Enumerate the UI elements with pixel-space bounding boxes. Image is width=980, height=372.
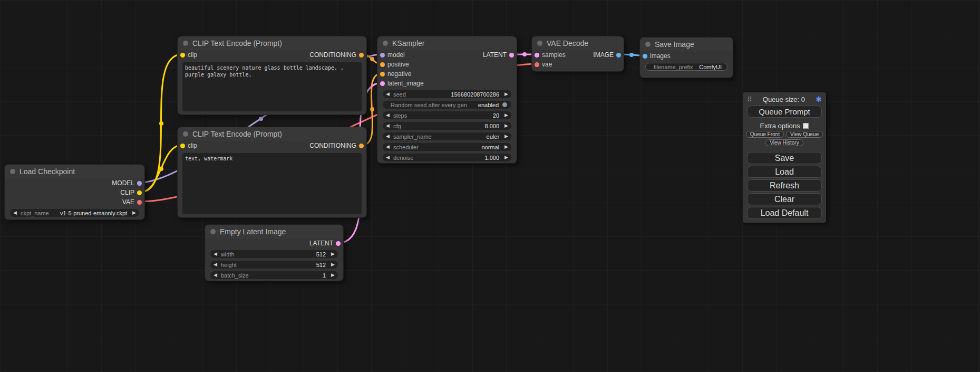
widget-sampler-name[interactable]: ◀ sampler_name euler ▶: [383, 132, 511, 140]
widget-denoise[interactable]: ◀ denoise 1.000 ▶: [383, 154, 511, 161]
widget-width[interactable]: ◀ width 512 ▶: [210, 250, 338, 258]
node-vae-decode[interactable]: VAE Decode samples IMAGE vae: [531, 36, 624, 72]
link-midpoint-dot[interactable]: [370, 57, 374, 61]
node-title-bar[interactable]: Load Checkpoint: [5, 165, 144, 178]
clip-output-port[interactable]: [137, 190, 142, 195]
collapse-dot-icon[interactable]: [645, 42, 651, 47]
link-midpoint-dot[interactable]: [159, 121, 163, 126]
vae-output-port[interactable]: [137, 200, 142, 205]
conditioning-output-port[interactable]: [359, 144, 364, 148]
node-title-bar[interactable]: CLIP Text Encode (Prompt): [178, 36, 366, 50]
arrow-left-icon[interactable]: ◀: [386, 134, 390, 139]
node-title-bar[interactable]: VAE Decode: [532, 36, 624, 50]
arrow-right-icon[interactable]: ▶: [504, 113, 508, 118]
vae-input-port[interactable]: [535, 62, 539, 67]
node-title-bar[interactable]: CLIP Text Encode (Prompt): [178, 127, 366, 141]
arrow-right-icon[interactable]: ▶: [504, 92, 508, 97]
model-input-port[interactable]: [380, 53, 385, 58]
node-title-bar[interactable]: Save Image: [640, 37, 733, 51]
input-slot-samples: samples: [535, 51, 566, 59]
collapse-dot-icon[interactable]: [383, 41, 388, 46]
node-title: Load Checkpoint: [20, 167, 75, 176]
arrow-left-icon[interactable]: ◀: [386, 92, 390, 97]
widget-steps[interactable]: ◀ steps 20 ▶: [383, 111, 511, 119]
node-title-bar[interactable]: KSampler: [377, 36, 517, 50]
arrow-left-icon[interactable]: ◀: [214, 262, 217, 267]
arrow-left-icon[interactable]: ◀: [386, 113, 390, 118]
node-empty-latent-image[interactable]: Empty Latent Image LATENT ◀ width 512 ▶ …: [205, 224, 344, 281]
arrow-right-icon[interactable]: ▶: [331, 262, 335, 267]
node-clip-text-encode-negative[interactable]: CLIP Text Encode (Prompt) clip CONDITION…: [177, 127, 367, 218]
negative-prompt-textarea[interactable]: text, watermark: [182, 153, 362, 214]
widget-scheduler[interactable]: ◀ scheduler normal ▶: [383, 143, 511, 151]
load-default-button[interactable]: Load Default: [747, 207, 822, 219]
node-clip-text-encode-positive[interactable]: CLIP Text Encode (Prompt) clip CONDITION…: [177, 36, 367, 115]
drag-handle-icon[interactable]: ⠿: [747, 96, 752, 103]
collapse-dot-icon[interactable]: [183, 131, 188, 137]
arrow-right-icon[interactable]: ▶: [132, 211, 136, 215]
queue-prompt-button[interactable]: Queue Prompt: [747, 106, 822, 118]
save-button[interactable]: Save: [747, 152, 822, 164]
queue-panel[interactable]: ⠿ Queue size: 0 ✱ Queue Prompt Extra opt…: [743, 92, 826, 223]
widget-filename-prefix[interactable]: filename_prefix ComfyUI: [645, 63, 727, 71]
extra-options-checkbox[interactable]: [803, 123, 809, 129]
arrow-left-icon[interactable]: ◀: [386, 123, 390, 128]
link-midpoint-dot[interactable]: [259, 117, 263, 121]
view-history-button[interactable]: View History: [765, 139, 803, 146]
images-input-port[interactable]: [643, 54, 647, 59]
conditioning-output-port[interactable]: [359, 53, 364, 58]
negative-input-port[interactable]: [380, 72, 385, 77]
view-queue-button[interactable]: View Queue: [786, 131, 823, 138]
link-midpoint-dot[interactable]: [370, 107, 374, 111]
arrow-left-icon[interactable]: ◀: [214, 252, 217, 256]
arrow-right-icon[interactable]: ▶: [504, 123, 508, 128]
widget-batch-size[interactable]: ◀ batch_size 1 ▶: [210, 271, 338, 279]
node-title: CLIP Text Encode (Prompt): [192, 39, 282, 47]
settings-gear-icon[interactable]: ✱: [816, 95, 822, 103]
clip-input-port[interactable]: [180, 144, 185, 148]
arrow-right-icon[interactable]: ▶: [331, 273, 335, 278]
link-midpoint-dot[interactable]: [522, 52, 527, 56]
widget-seed[interactable]: ◀ seed 156680208700286 ▶: [383, 90, 511, 98]
arrow-left-icon[interactable]: ◀: [214, 273, 217, 278]
image-output-port[interactable]: [616, 53, 621, 58]
latent-output-port[interactable]: [509, 53, 514, 58]
clear-button[interactable]: Clear: [747, 193, 822, 205]
link-midpoint-dot[interactable]: [629, 53, 634, 57]
latent-output-port[interactable]: [336, 241, 341, 246]
positive-prompt-textarea[interactable]: beautiful scenery nature glass bottle la…: [182, 62, 362, 111]
input-slot-clip: clip: [180, 51, 197, 59]
queue-size-label: Queue size: 0: [752, 96, 816, 103]
queue-front-button[interactable]: Queue Front: [746, 131, 784, 138]
positive-input-port[interactable]: [380, 62, 385, 67]
collapse-dot-icon[interactable]: [537, 41, 542, 46]
samples-input-port[interactable]: [535, 53, 539, 58]
collapse-dot-icon[interactable]: [210, 229, 216, 234]
clip-input-port[interactable]: [180, 53, 185, 58]
node-load-checkpoint[interactable]: Load Checkpoint MODEL CLIP VAE ◀ ckpt_na…: [4, 164, 145, 220]
arrow-right-icon[interactable]: ▶: [504, 155, 508, 160]
arrow-left-icon[interactable]: ◀: [13, 211, 17, 215]
model-output-port[interactable]: [137, 181, 142, 186]
load-button[interactable]: Load: [747, 166, 822, 178]
arrow-left-icon[interactable]: ◀: [386, 155, 390, 160]
node-save-image[interactable]: Save Image images filename_prefix ComfyU…: [639, 37, 733, 78]
node-title-bar[interactable]: Empty Latent Image: [205, 225, 343, 239]
collapse-dot-icon[interactable]: [183, 41, 188, 46]
latent-image-input-port[interactable]: [380, 81, 385, 86]
input-slot-vae: vae: [535, 61, 552, 68]
widget-height[interactable]: ◀ height 512 ▶: [210, 261, 338, 269]
collapse-dot-icon[interactable]: [10, 169, 15, 174]
arrow-right-icon[interactable]: ▶: [504, 145, 508, 149]
arrow-left-icon[interactable]: ◀: [386, 145, 390, 149]
node-ksampler[interactable]: KSampler model LATENT positive negative …: [377, 36, 517, 164]
arrow-right-icon[interactable]: ▶: [331, 252, 335, 256]
widget-random-seed-toggle[interactable]: Random seed after every gen enabled: [383, 101, 511, 109]
toggle-dot-icon[interactable]: [502, 102, 507, 107]
link-midpoint-dot[interactable]: [159, 167, 163, 171]
widget-cfg[interactable]: ◀ cfg 8.000 ▶: [383, 122, 511, 130]
refresh-button[interactable]: Refresh: [747, 179, 822, 192]
widget-ckpt-name[interactable]: ◀ ckpt_name v1-5-pruned-emaonly.ckpt ▶: [10, 209, 139, 217]
input-slot-negative: negative: [380, 70, 411, 78]
arrow-right-icon[interactable]: ▶: [504, 134, 508, 139]
